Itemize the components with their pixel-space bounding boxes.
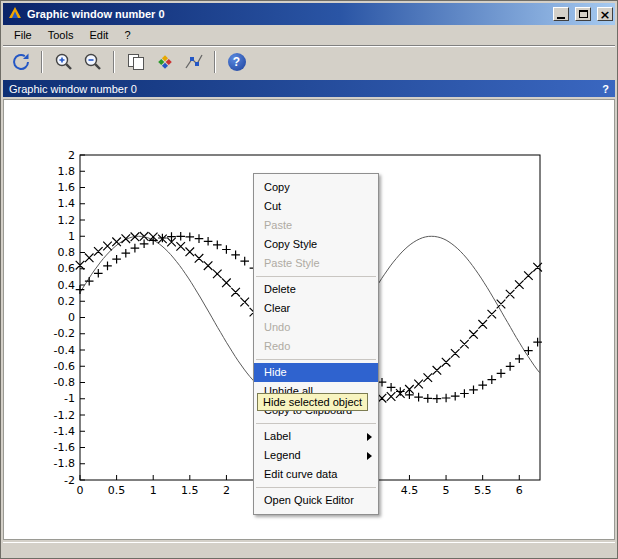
menu-item-label: Clear: [264, 302, 290, 314]
datatip-icon: [183, 51, 205, 73]
menu-item-label: Cut: [264, 200, 281, 212]
menu-tools[interactable]: Tools: [40, 26, 82, 44]
zoom-out-icon: [82, 51, 104, 73]
menu-help[interactable]: ?: [116, 26, 138, 44]
copy-figure-icon: [125, 51, 147, 73]
zoom-in-button[interactable]: [50, 49, 77, 76]
context-menu-item-paste-style: Paste Style: [254, 254, 378, 273]
help-icon: ?: [228, 53, 246, 71]
submenu-arrow-icon: [367, 433, 372, 441]
ged-icon: [154, 51, 176, 73]
menu-separator: [256, 359, 376, 360]
menu-item-label: Edit curve data: [264, 468, 337, 480]
toolbar-separator: [214, 51, 216, 73]
context-menu-item-copy[interactable]: Copy: [254, 178, 378, 197]
menu-separator: [256, 276, 376, 277]
maximize-button[interactable]: [575, 7, 591, 21]
zoom-out-button[interactable]: [79, 49, 106, 76]
context-menu-item-paste: Paste: [254, 216, 378, 235]
context-menu-item-delete[interactable]: Delete: [254, 280, 378, 299]
status-bar: [3, 542, 615, 556]
context-menu-item-undo: Undo: [254, 318, 378, 337]
menu-item-label: Redo: [264, 340, 290, 352]
menu-item-label: Paste Style: [264, 257, 320, 269]
figure-header-title: Graphic window number 0: [9, 83, 137, 95]
datatip-button[interactable]: [180, 49, 207, 76]
submenu-arrow-icon: [367, 452, 372, 460]
close-button[interactable]: ×: [597, 7, 613, 21]
context-menu-item-redo: Redo: [254, 337, 378, 356]
figure-header-bar: Graphic window number 0 ?: [3, 80, 615, 97]
menu-item-label: Paste: [264, 219, 292, 231]
ged-editor-button[interactable]: [151, 49, 178, 76]
menu-item-label: Legend: [264, 449, 301, 461]
context-menu-item-hide[interactable]: Hide: [254, 363, 378, 382]
figure-help-icon[interactable]: ?: [602, 83, 609, 95]
menu-item-label: Copy: [264, 181, 290, 193]
menu-item-label: Copy Style: [264, 238, 317, 250]
context-menu-item-edit-curve-data[interactable]: Edit curve data: [254, 465, 378, 484]
scilab-app-icon: [7, 5, 23, 23]
context-menu-item-legend[interactable]: Legend: [254, 446, 378, 465]
menu-separator: [256, 423, 376, 424]
toolbar-separator: [41, 51, 43, 73]
close-icon: ×: [600, 9, 611, 20]
menu-edit[interactable]: Edit: [81, 26, 116, 44]
menu-item-label: Delete: [264, 283, 296, 295]
tooltip: Hide selected object: [257, 393, 368, 411]
context-menu: CopyCutPasteCopy StylePaste StyleDeleteC…: [253, 173, 379, 515]
titlebar: Graphic window number 0 ×: [3, 3, 615, 25]
menu-item-label: Label: [264, 430, 291, 442]
context-menu-item-clear[interactable]: Clear: [254, 299, 378, 318]
context-menu-item-label[interactable]: Label: [254, 427, 378, 446]
copy-figure-button[interactable]: [122, 49, 149, 76]
context-menu-item-open-quick-editor[interactable]: Open Quick Editor: [254, 491, 378, 510]
menu-item-label: Undo: [264, 321, 290, 333]
rotate-icon: [10, 51, 32, 73]
menu-separator: [256, 487, 376, 488]
rotate-button[interactable]: [7, 49, 34, 76]
zoom-in-icon: [53, 51, 75, 73]
menu-item-label: Hide: [264, 366, 287, 378]
context-menu-item-cut[interactable]: Cut: [254, 197, 378, 216]
context-menu-item-copy-style[interactable]: Copy Style: [254, 235, 378, 254]
menu-file[interactable]: File: [6, 26, 40, 44]
window-title: Graphic window number 0: [27, 8, 547, 20]
minimize-button[interactable]: [553, 7, 569, 21]
toolbar-separator: [113, 51, 115, 73]
menu-item-label: Open Quick Editor: [264, 494, 354, 506]
help-button[interactable]: ?: [223, 49, 250, 76]
menubar: File Tools Edit ?: [3, 25, 615, 45]
toolbar: ?: [3, 45, 615, 78]
